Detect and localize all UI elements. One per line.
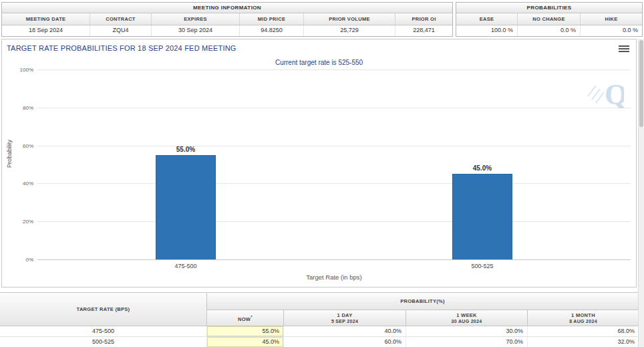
probability-history-table: TARGET RATE (BPS) PROBABILITY(%) NOW* 1 … <box>0 292 639 347</box>
expires-header: EXPIRES <box>152 13 240 25</box>
contract-header: CONTRACT <box>90 13 152 25</box>
one-day-column-header: 1 DAY 5 SEP 2024 <box>284 310 406 326</box>
chart-menu-button[interactable] <box>619 45 629 54</box>
one-day-date: 5 SEP 2024 <box>331 319 358 324</box>
vertical-scrollbar <box>638 39 644 347</box>
prior-oi-header: PRIOR OI <box>395 13 452 25</box>
meeting-information-value-row: 18 Sep 2024 ZQU4 30 Sep 2024 94.8250 25,… <box>2 25 452 36</box>
y-tick-label: 0% <box>4 257 33 263</box>
one-month-date: 8 AUG 2024 <box>569 319 597 324</box>
one-month-label: 1 MONTH <box>571 312 595 318</box>
scrollbar-thumb[interactable] <box>639 40 643 127</box>
prior-volume-value: 25,729 <box>304 25 395 36</box>
now-label: NOW <box>238 316 251 322</box>
hamburger-icon <box>619 45 629 47</box>
one-month-column-header: 1 MONTH 8 AUG 2024 <box>528 310 639 326</box>
prior-oi-value: 228,471 <box>395 25 452 36</box>
y-tick-label: 40% <box>4 181 33 187</box>
chart-title: TARGET RATE PROBABILITIES FOR 18 SEP 202… <box>7 44 236 52</box>
gridline <box>37 221 631 222</box>
table-row-1week: 30.0% <box>406 326 528 337</box>
hike-header: HIKE <box>581 13 642 25</box>
no-change-value: 0.0 % <box>518 25 581 36</box>
one-week-label: 1 WEEK <box>456 312 477 318</box>
meeting-information-panel: MEETING INFORMATION MEETING DATE CONTRAC… <box>1 2 453 37</box>
x-tick-label: 500-525 <box>452 263 512 269</box>
one-week-column-header: 1 WEEK 30 AUG 2024 <box>406 310 528 326</box>
ease-value: 100.0 % <box>456 25 518 36</box>
chart-subtitle: Current target rate is 525-550 <box>2 59 636 66</box>
bar-475-500[interactable]: 55.0% <box>156 155 216 259</box>
one-day-label: 1 DAY <box>337 312 353 318</box>
bar-500-525[interactable]: 45.0% <box>452 174 512 259</box>
table-row-rate: 500-525 <box>0 337 207 347</box>
probability-group-header: PROBABILITY(%) <box>207 293 639 310</box>
one-week-date: 30 AUG 2024 <box>452 319 482 324</box>
gridline <box>37 70 631 70</box>
now-asterisk: * <box>251 314 253 319</box>
bar-value-label: 45.0% <box>446 164 518 172</box>
y-tick-label: 100% <box>4 67 33 73</box>
expires-value: 30 Sep 2024 <box>152 25 240 36</box>
now-column-header: NOW* <box>207 310 284 326</box>
probabilities-value-row: 100.0 % 0.0 % 0.0 % <box>456 25 642 36</box>
svg-text:Q: Q <box>605 78 624 108</box>
ease-header: EASE <box>456 13 518 25</box>
table-row-1day: 60.0% <box>284 337 406 347</box>
gridline <box>37 146 631 146</box>
probabilities-panel: PROBABILITIES EASE NO CHANGE HIKE 100.0 … <box>456 2 643 37</box>
y-tick-label: 60% <box>4 142 33 148</box>
meeting-information-title: MEETING INFORMATION <box>2 3 452 13</box>
x-tick-label: 475-500 <box>156 263 216 269</box>
target-rate-chart: TARGET RATE PROBABILITIES FOR 18 SEP 202… <box>1 39 637 287</box>
quikstrike-watermark: Q <box>587 76 624 111</box>
hike-value: 0.0 % <box>581 25 642 36</box>
table-row-1day: 40.0% <box>284 326 406 337</box>
probabilities-header-row: EASE NO CHANGE HIKE <box>456 13 642 25</box>
table-row-1week: 70.0% <box>406 337 528 347</box>
meeting-information-header-row: MEETING DATE CONTRACT EXPIRES MID PRICE … <box>2 13 452 25</box>
meeting-date-header: MEETING DATE <box>2 13 90 25</box>
table-row-1month: 68.0% <box>528 326 639 337</box>
plot-area: 100% 80% 60% 40% 20% 0% Q 55.0% 45.0% 47… <box>37 70 631 260</box>
target-rate-column-header: TARGET RATE (BPS) <box>0 293 207 326</box>
contract-value: ZQU4 <box>90 25 152 36</box>
hamburger-icon <box>619 51 629 52</box>
table-row-now: 55.0% <box>207 326 284 337</box>
y-tick-label: 20% <box>4 219 33 225</box>
bar-value-label: 55.0% <box>150 146 222 153</box>
table-row-rate: 475-500 <box>0 326 207 337</box>
no-change-header: NO CHANGE <box>518 13 581 25</box>
meeting-date-value: 18 Sep 2024 <box>2 25 90 36</box>
prior-volume-header: PRIOR VOLUME <box>304 13 395 25</box>
y-tick-label: 80% <box>4 104 33 110</box>
table-row-1month: 32.0% <box>528 337 639 347</box>
x-axis-title: Target Rate (in bps) <box>37 273 631 281</box>
mid-price-value: 94.8250 <box>240 25 304 36</box>
hamburger-icon <box>619 48 629 49</box>
gridline <box>37 108 631 108</box>
table-row-now: 45.0% <box>207 337 284 347</box>
probabilities-title: PROBABILITIES <box>456 3 642 13</box>
mid-price-header: MID PRICE <box>240 13 304 25</box>
fedwatch-page: MEETING INFORMATION MEETING DATE CONTRAC… <box>0 0 644 347</box>
gridline <box>37 183 631 184</box>
